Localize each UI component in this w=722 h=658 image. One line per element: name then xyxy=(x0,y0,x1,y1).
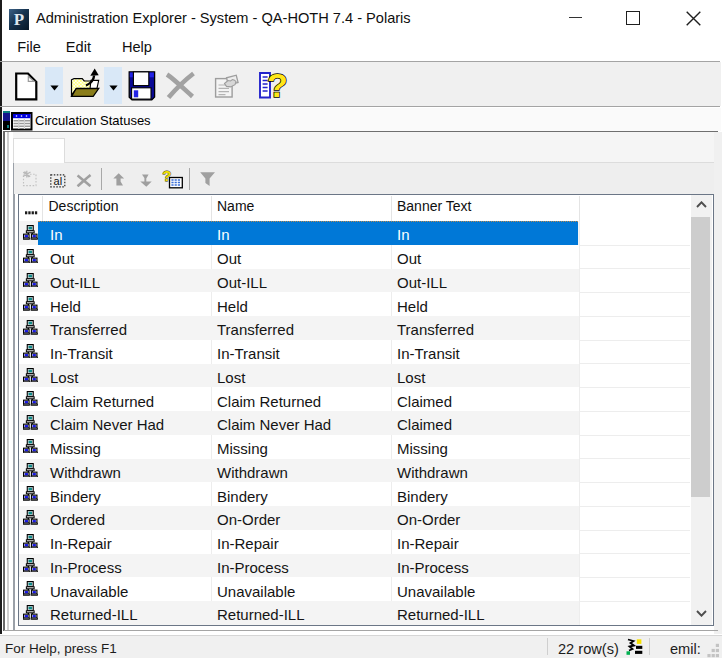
svg-text:?: ? xyxy=(267,70,288,100)
svg-text:al: al xyxy=(53,174,62,186)
